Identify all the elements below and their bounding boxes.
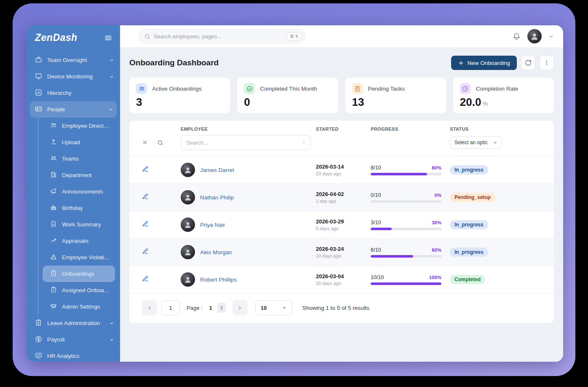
sidebar-item-payroll[interactable]: Payroll bbox=[27, 331, 120, 348]
table-row[interactable]: James Darrel 2026-03-1420 days ago 8/108… bbox=[129, 156, 554, 183]
employee-name-link[interactable]: Alex Morgan bbox=[200, 249, 232, 255]
clipboard-icon bbox=[352, 83, 363, 94]
refresh-button[interactable] bbox=[521, 56, 535, 70]
sidebar-nav: Team Oversight Device Monitoring Hierarc… bbox=[27, 52, 120, 362]
sidebar-item-employee-directory[interactable]: Employee Directory bbox=[43, 118, 115, 134]
new-onboarding-button[interactable]: New Onboarding bbox=[451, 56, 517, 70]
employee-search-field[interactable] bbox=[181, 135, 310, 150]
edit-icon[interactable] bbox=[142, 275, 149, 282]
clipboard-icon bbox=[50, 270, 57, 278]
sidebar-item-upload[interactable]: Upload bbox=[43, 134, 115, 150]
status-filter-select[interactable]: Select an optic bbox=[450, 136, 502, 149]
employee-name-link[interactable]: Nathan Philip bbox=[200, 194, 234, 201]
sidebar-item-label: People bbox=[47, 106, 103, 113]
sidebar-item-work-summary[interactable]: Work Summary bbox=[43, 216, 115, 233]
started-date: 2026-03-14 bbox=[316, 164, 371, 170]
people-icon bbox=[50, 122, 57, 130]
bar-chart-icon bbox=[35, 89, 42, 97]
id-card-icon bbox=[35, 105, 42, 114]
progress-fraction: 8/10 bbox=[371, 165, 381, 171]
hamburger-menu-icon[interactable] bbox=[104, 34, 112, 42]
search-icon[interactable] bbox=[157, 140, 163, 146]
status-filter-value: Select an optic bbox=[454, 140, 490, 145]
sidebar-item-label: Appraisals bbox=[62, 238, 110, 244]
started-ago: 1 day ago bbox=[316, 199, 371, 204]
sidebar-item-appraisals[interactable]: Appraisals bbox=[43, 233, 115, 249]
sidebar-item-hr-analytics[interactable]: HR Analytics bbox=[27, 348, 120, 362]
stat-label: Active Onboardings bbox=[152, 86, 202, 92]
sidebar-item-hierarchy[interactable]: Hierarchy bbox=[27, 85, 120, 101]
sidebar-item-people[interactable]: People bbox=[30, 101, 117, 118]
building-icon bbox=[50, 171, 57, 179]
analytics-icon bbox=[35, 352, 42, 360]
page-number-input[interactable]: 1 bbox=[209, 305, 212, 311]
employee-avatar bbox=[181, 190, 195, 204]
app-logo: ZenDash bbox=[35, 32, 78, 43]
upload-icon bbox=[50, 138, 57, 146]
sidebar-item-label: Device Monitoring bbox=[47, 73, 104, 80]
graduation-cap-icon bbox=[50, 303, 57, 311]
table-row[interactable]: Priya Nair 2026-03-295 days ago 3/1030% … bbox=[129, 211, 554, 238]
employee-search-input[interactable] bbox=[186, 140, 302, 146]
employee-avatar bbox=[181, 218, 195, 232]
employee-avatar bbox=[181, 163, 195, 177]
employee-name-link[interactable]: Priya Nair bbox=[200, 222, 225, 228]
current-page-box[interactable]: 1 bbox=[161, 300, 180, 315]
stat-label: Completion Rate bbox=[476, 86, 519, 92]
results-summary: Showing 1 to 5 of 5 results bbox=[302, 305, 369, 311]
sidebar-item-label: Leave Administration bbox=[47, 320, 104, 326]
cake-icon bbox=[50, 204, 57, 212]
page-size-select[interactable]: 10 bbox=[255, 300, 292, 315]
prev-page-button[interactable] bbox=[142, 300, 157, 315]
sidebar-item-label: Hierarchy bbox=[47, 90, 114, 96]
sidebar-item-team-oversight[interactable]: Team Oversight bbox=[27, 52, 120, 68]
sidebar-item-onboardings[interactable]: Onboardings bbox=[43, 266, 115, 282]
table-row[interactable]: Robert Phillips 2026-03-0430 days ago 10… bbox=[129, 266, 554, 293]
plus-icon bbox=[458, 60, 464, 66]
next-page-button[interactable] bbox=[233, 300, 248, 315]
sidebar: ZenDash Team Oversight Device Monitoring… bbox=[27, 25, 120, 362]
clear-filters-icon[interactable] bbox=[142, 140, 148, 145]
stat-card-pending-tasks: Pending Tasks 13 bbox=[345, 78, 446, 113]
stat-card-completion-rate: Completion Rate 20.0% bbox=[453, 78, 554, 113]
sidebar-item-label: Employee Directory bbox=[62, 123, 110, 129]
chevron-down-icon[interactable] bbox=[548, 34, 554, 39]
sidebar-item-admin-settings[interactable]: Admin Settings bbox=[43, 298, 115, 315]
stat-suffix: % bbox=[482, 100, 487, 107]
sidebar-item-leave-administration[interactable]: Leave Administration bbox=[27, 315, 120, 331]
warning-icon bbox=[50, 253, 57, 261]
teams-icon bbox=[50, 155, 57, 163]
started-ago: 10 days ago bbox=[316, 253, 371, 258]
edit-icon[interactable] bbox=[142, 248, 149, 255]
kebab-menu-button[interactable] bbox=[540, 56, 554, 70]
stat-label: Pending Tasks bbox=[368, 86, 405, 92]
sidebar-item-teams[interactable]: Teams bbox=[43, 150, 115, 167]
sidebar-item-label: HR Analytics bbox=[47, 353, 114, 359]
stat-value: 3 bbox=[136, 96, 223, 109]
sidebar-item-employee-violations[interactable]: Employee Violations bbox=[43, 249, 115, 266]
bell-icon[interactable] bbox=[513, 32, 521, 40]
status-badge: In_progress bbox=[450, 165, 488, 175]
sidebar-item-birthday[interactable]: Birthday bbox=[43, 200, 115, 216]
edit-icon[interactable] bbox=[142, 193, 149, 200]
global-search[interactable]: ⌘ K bbox=[139, 29, 305, 43]
sidebar-item-label: Payroll bbox=[47, 336, 104, 343]
edit-icon[interactable] bbox=[142, 166, 149, 172]
sort-carets-icon bbox=[302, 140, 306, 145]
sidebar-item-announcements[interactable]: Announcements bbox=[43, 183, 115, 200]
table-row[interactable]: Alex Morgan 2026-03-2410 days ago 6/1060… bbox=[129, 238, 554, 266]
page-stepper[interactable] bbox=[217, 303, 226, 313]
progress-percent: 0% bbox=[434, 193, 441, 198]
global-search-input[interactable] bbox=[154, 33, 283, 40]
edit-icon[interactable] bbox=[142, 220, 149, 227]
sidebar-item-device-monitoring[interactable]: Device Monitoring bbox=[27, 68, 120, 85]
sidebar-item-assigned-onboardings[interactable]: Assigned Onboardin... bbox=[43, 282, 115, 298]
sidebar-item-department[interactable]: Department bbox=[43, 167, 115, 183]
started-ago: 20 days ago bbox=[316, 171, 371, 176]
sidebar-item-label: Teams bbox=[62, 156, 110, 162]
employee-name-link[interactable]: James Darrel bbox=[200, 167, 234, 173]
employee-name-link[interactable]: Robert Phillips bbox=[200, 277, 237, 283]
user-avatar[interactable] bbox=[527, 29, 542, 43]
clipboard-icon bbox=[50, 286, 57, 294]
table-row[interactable]: Nathan Philip 2026-04-021 day ago 0/100%… bbox=[129, 183, 554, 211]
